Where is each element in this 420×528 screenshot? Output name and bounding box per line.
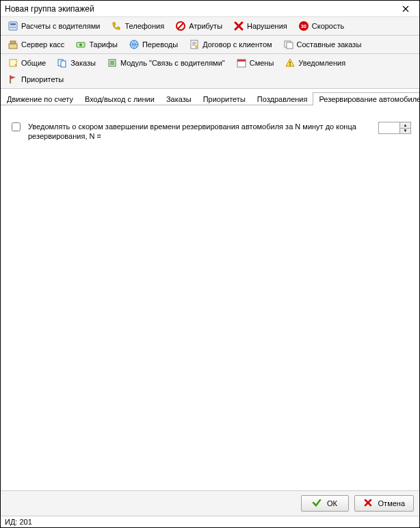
speed-icon: 30	[298, 21, 309, 31]
tool-priorities[interactable]: Приоритеты	[3, 72, 68, 87]
tool-label: Расчеты с водителями	[21, 22, 100, 30]
tool-label: Модуль "Связь с водителями"	[120, 59, 225, 67]
tool-notifications[interactable]: Уведомления	[280, 55, 350, 70]
minutes-input[interactable]	[379, 122, 399, 133]
cancel-button[interactable]: Отмена	[354, 495, 414, 512]
flag-icon	[8, 74, 18, 85]
money-icon	[75, 39, 86, 50]
tool-shifts[interactable]: Смены	[231, 55, 279, 70]
tab-congrats[interactable]: Поздравления	[251, 92, 314, 105]
ok-button[interactable]: ОК	[301, 495, 349, 512]
tool-label: Атрибуты	[189, 22, 222, 30]
tool-label: Приоритеты	[21, 75, 64, 83]
svg-rect-9	[9, 44, 17, 49]
toolbar-row-3: Общие Заказы Модуль "Связь с водителями"…	[1, 54, 419, 89]
tool-compound-orders[interactable]: Составные заказы	[278, 37, 367, 52]
forbidden-icon	[175, 21, 186, 31]
close-button[interactable]	[395, 2, 417, 16]
cancel-label: Отмена	[378, 499, 405, 507]
tool-label: Договор с клиентом	[202, 40, 272, 49]
status-bar: ИД: 201	[1, 516, 419, 527]
svg-point-12	[79, 44, 82, 47]
module-icon	[107, 57, 118, 68]
tool-contract[interactable]: Договор с клиентом	[184, 37, 276, 52]
svg-rect-10	[10, 41, 16, 44]
svg-rect-0	[9, 22, 17, 30]
tool-telephony[interactable]: Телефония	[106, 18, 169, 34]
tool-label: Общие	[21, 59, 46, 67]
contract-icon	[189, 39, 200, 50]
tool-cash-server[interactable]: Сервер касс	[3, 37, 69, 52]
tab-line-inout[interactable]: Вход/выход с линии	[79, 92, 161, 105]
spin-down-button[interactable]: ▼	[400, 129, 410, 134]
svg-point-2	[10, 27, 12, 28]
cancel-icon	[363, 498, 374, 509]
tab-content: Уведомлять о скором завершении времени р…	[1, 105, 419, 490]
tool-label: Нарушения	[247, 22, 287, 30]
tab-car-reservation[interactable]: Резервирование автомобилей	[313, 92, 420, 105]
tool-violations[interactable]: Нарушения	[228, 18, 292, 34]
svg-text:30: 30	[301, 24, 306, 29]
svg-rect-25	[110, 61, 114, 65]
tool-label: Уведомления	[298, 59, 345, 67]
stack-icon	[283, 39, 294, 50]
notify-reservation-label: Уведомлять о скором завершении времени р…	[28, 122, 373, 141]
tab-priorities[interactable]: Приоритеты	[197, 92, 252, 105]
tab-orders[interactable]: Заказы	[160, 92, 198, 105]
tool-common[interactable]: Общие	[3, 55, 51, 70]
minutes-spin[interactable]: ▲ ▼	[378, 122, 411, 134]
tool-label: Смены	[250, 59, 274, 67]
svg-rect-1	[10, 23, 16, 25]
warning-icon	[285, 57, 296, 68]
subtab-row: Движение по счету Вход/выход с линии Зак…	[1, 89, 419, 105]
tool-attributes[interactable]: Атрибуты	[170, 18, 227, 34]
status-id: ИД: 201	[5, 518, 32, 526]
check-icon	[312, 498, 323, 509]
tool-label: Заказы	[70, 59, 96, 67]
notify-reservation-row: Уведомлять о скором завершении времени р…	[9, 122, 411, 141]
tool-label: Сервер касс	[21, 40, 64, 49]
tool-tariffs[interactable]: Тарифы	[70, 37, 122, 52]
calendar-icon	[236, 57, 247, 68]
svg-rect-27	[237, 60, 246, 62]
tool-drivers-payments[interactable]: Расчеты с водителями	[3, 18, 105, 34]
tab-account-movement[interactable]: Движение по счету	[1, 92, 79, 105]
svg-point-4	[14, 27, 16, 28]
tool-label: Составные заказы	[297, 40, 362, 49]
window-title: Новая группа экипажей	[5, 4, 94, 14]
tool-driver-module[interactable]: Модуль "Связь с водителями"	[102, 55, 230, 70]
toolbar-row-1: Расчеты с водителями Телефония Атрибуты …	[1, 17, 419, 36]
cash-register-icon	[8, 39, 18, 50]
tool-translations[interactable]: Переводы	[124, 37, 183, 52]
tool-label: Тарифы	[89, 40, 118, 49]
tool-label: Телефония	[124, 22, 164, 30]
notify-reservation-checkbox[interactable]	[12, 122, 21, 131]
toolbar-row-2: Сервер касс Тарифы Переводы Договор с кл…	[1, 36, 419, 54]
ok-label: ОК	[327, 499, 337, 507]
spin-up-button[interactable]: ▲	[400, 122, 410, 129]
cross-icon	[233, 21, 244, 31]
orders-icon	[57, 57, 68, 68]
svg-point-29	[289, 64, 291, 66]
calculator-icon	[8, 21, 18, 31]
svg-rect-20	[287, 42, 293, 49]
tool-label: Скорость	[312, 22, 345, 30]
svg-point-18	[195, 45, 198, 48]
tool-orders[interactable]: Заказы	[52, 55, 101, 70]
svg-rect-23	[61, 61, 66, 67]
globe-icon	[129, 39, 140, 50]
note-icon	[8, 57, 18, 68]
dialog-footer: ОК Отмена	[1, 490, 419, 516]
svg-point-3	[12, 27, 14, 28]
tool-label: Переводы	[142, 40, 178, 49]
phone-icon	[111, 21, 122, 31]
tool-speed[interactable]: 30 Скорость	[293, 18, 350, 34]
titlebar: Новая группа экипажей	[1, 1, 419, 17]
